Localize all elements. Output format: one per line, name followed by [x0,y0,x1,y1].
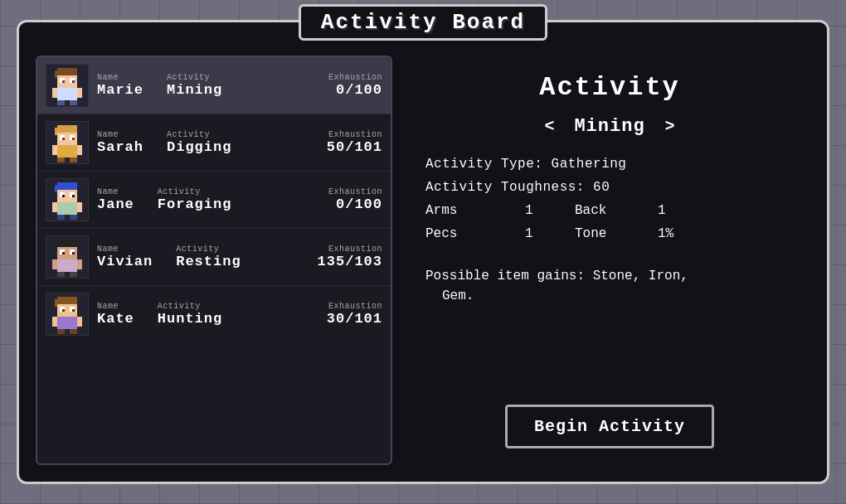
item-gains-label: Possible item gains: [425,269,585,284]
kate-exhaustion: 30/101 [327,311,382,327]
sarah-info: Name Sarah Activity Digging Exhaustion 5… [97,130,382,155]
svg-rect-6 [62,80,65,83]
marie-activity-block: Activity Mining [167,73,222,98]
svg-rect-27 [55,185,57,192]
board-title: Activity Board [321,10,525,35]
toughness-label: Activity Toughness: [425,180,585,195]
svg-rect-36 [77,202,82,212]
vivian-exhaustion-block: Exhaustion 135/103 [318,245,382,269]
vivian-info: Name Vivian Activity Resting Exhaustion … [97,245,382,269]
stats-section: Activity Type: Gathering Activity Toughn… [425,157,794,241]
svg-rect-23 [77,145,82,155]
svg-rect-22 [52,145,57,155]
marie-exhaustion: 0/100 [336,82,382,98]
sprite-vivian [46,235,89,279]
svg-rect-52 [57,297,77,304]
svg-rect-61 [52,317,57,327]
svg-rect-34 [57,202,77,215]
svg-rect-53 [55,299,57,307]
jane-name-block: Name Jane [97,187,134,212]
svg-rect-37 [57,215,65,220]
svg-rect-0 [57,68,77,75]
svg-rect-8 [57,88,77,100]
activity-toughness-line: Activity Toughness: 60 [425,180,794,195]
svg-rect-14 [55,128,57,135]
marie-name: Marie [97,82,143,98]
marie-name-block: Name Marie [97,73,143,98]
name-label-kate: Name [97,302,134,311]
activity-panel-title: Activity [425,72,794,103]
sarah-activity-block: Activity Digging [167,130,231,155]
svg-rect-35 [52,202,57,212]
exhaustion-label-vivian: Exhaustion [328,245,382,254]
prev-activity-button[interactable]: < [537,117,561,136]
character-row-sarah[interactable]: Name Sarah Activity Digging Exhaustion 5… [37,114,391,172]
kate-activity: Hunting [158,311,222,327]
activity-label-sarah: Activity [167,130,231,139]
svg-rect-40 [55,242,57,250]
exhaustion-label-marie: Exhaustion [328,73,382,82]
svg-rect-33 [72,195,75,197]
exhaustion-label-sarah: Exhaustion [328,130,382,139]
svg-rect-38 [70,215,77,220]
svg-rect-7 [72,80,75,83]
back-val: 1 [658,203,707,218]
marie-activity: Mining [167,82,222,98]
exhaustion-label-kate: Exhaustion [328,302,382,311]
svg-rect-49 [77,259,82,269]
current-activity-name: Mining [574,116,644,137]
arms-key: Arms [425,203,525,218]
activity-label-jane: Activity [158,187,232,196]
svg-rect-50 [57,272,65,277]
svg-rect-11 [57,100,65,105]
sarah-name: Sarah [97,139,143,155]
jane-info: Name Jane Activity Foraging Exhaustion 0… [97,187,382,212]
name-label-marie: Name [97,73,143,82]
back-key: Back [575,203,658,218]
svg-rect-63 [57,329,65,334]
svg-rect-26 [57,182,77,190]
sprite-sarah [46,121,89,164]
jane-exhaustion-block: Exhaustion 0/100 [328,187,382,212]
sarah-activity: Digging [167,139,231,155]
name-label-jane: Name [97,187,134,196]
next-activity-button[interactable]: > [659,117,682,136]
svg-rect-64 [70,329,77,334]
toughness-value: 60 [593,180,610,195]
character-row-marie[interactable]: Name Marie Activity Mining Exhaustion 0/… [37,57,391,114]
tone-key: Tone [575,226,658,241]
pecs-val: 1 [525,226,575,241]
kate-exhaustion-block: Exhaustion 30/101 [327,302,382,327]
kate-name: Kate [97,311,134,327]
sprite-jane [46,178,89,221]
character-row-kate[interactable]: Name Kate Activity Hunting Exhaustion 30… [37,286,391,342]
item-gains: Possible item gains: Stone, Iron, Gem. [425,266,794,306]
sarah-name-block: Name Sarah [97,130,143,155]
svg-rect-45 [62,252,65,254]
character-row-jane[interactable]: Name Jane Activity Foraging Exhaustion 0… [37,172,391,229]
activity-panel: Activity < Mining > Activity Type: Gathe… [409,56,810,465]
character-row-vivian[interactable]: Name Vivian Activity Resting Exhaustion … [37,229,391,286]
vivian-activity-block: Activity Resting [176,245,241,269]
content-area: Name Marie Activity Mining Exhaustion 0/… [19,22,827,482]
sprite-marie [46,64,89,107]
begin-activity-button[interactable]: Begin Activity [505,405,714,448]
kate-info: Name Kate Activity Hunting Exhaustion 30… [97,302,382,327]
arms-val: 1 [525,203,575,218]
type-value: Gathering [552,157,627,172]
activity-type-line: Activity Type: Gathering [425,157,794,172]
vivian-name-block: Name Vivian [97,245,153,269]
kate-name-block: Name Kate [97,302,134,327]
item-gains-value2: Gem. [442,288,474,303]
svg-rect-51 [70,272,77,277]
main-panel: Activity Board [17,20,829,484]
vivian-exhaustion: 135/103 [318,254,382,269]
svg-rect-59 [72,309,75,312]
svg-rect-58 [62,309,65,312]
pecs-key: Pecs [425,226,525,241]
svg-rect-48 [52,259,57,269]
name-label-sarah: Name [97,130,143,139]
svg-rect-10 [77,88,82,98]
sarah-exhaustion: 50/101 [327,139,382,155]
sprite-kate [46,293,89,336]
